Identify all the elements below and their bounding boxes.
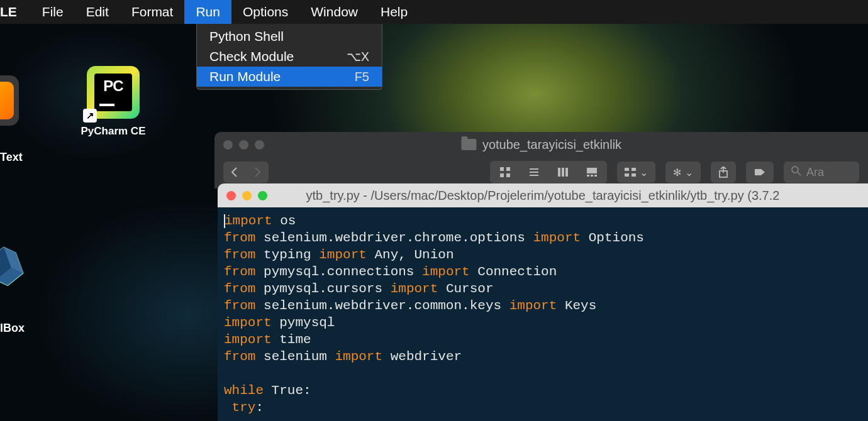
svg-rect-18 (632, 168, 636, 171)
editor-titlebar[interactable]: ytb_try.py - /Users/mac/Desktop/Projeler… (218, 183, 868, 207)
svg-rect-20 (632, 173, 636, 177)
chevron-down-icon: ⌄ (685, 167, 693, 178)
svg-rect-6 (506, 173, 510, 177)
editor-window-title: ytb_try.py - /Users/mac/Desktop/Projeler… (306, 189, 780, 203)
svg-rect-12 (565, 168, 568, 177)
search-placeholder: Ara (806, 166, 824, 179)
folder-icon (461, 139, 476, 150)
forward-button[interactable] (246, 161, 269, 183)
svg-rect-3 (500, 167, 504, 171)
chevron-down-icon: ⌄ (640, 167, 648, 178)
desktop-icon-pycharm[interactable]: PC ↗ PyCharm CE (75, 66, 151, 138)
tags-button[interactable] (746, 161, 774, 183)
svg-rect-5 (500, 173, 504, 177)
menu-run[interactable]: Run (184, 0, 231, 24)
sublime-text-label: Text (0, 151, 23, 164)
action-button[interactable]: ✻⌄ (665, 161, 701, 183)
svg-point-23 (792, 167, 798, 173)
svg-rect-16 (594, 175, 597, 177)
finder-window: yotube_tarayicisi_etkinlik ⌄ ✻⌄ Ara (214, 132, 868, 189)
gear-icon: ✻ (673, 167, 681, 178)
code-editor[interactable]: import os from selenium.webdriver.chrome… (218, 207, 868, 421)
run-menu-dropdown: Python Shell Check Module ⌥X Run Module … (196, 24, 382, 90)
alias-arrow-icon: ↗ (83, 109, 97, 123)
svg-rect-14 (587, 175, 589, 177)
svg-rect-17 (625, 168, 629, 171)
sublime-text-icon[interactable] (0, 75, 19, 126)
svg-rect-10 (558, 168, 560, 177)
idle-editor-window: ytb_try.py - /Users/mac/Desktop/Projeler… (218, 183, 868, 421)
menu-item-shortcut: ⌥X (347, 49, 369, 64)
virtualbox-icon[interactable] (0, 245, 22, 308)
minimize-icon[interactable] (239, 140, 248, 150)
virtualbox-label: lBox (0, 322, 25, 335)
menu-item-run-module[interactable]: Run Module F5 (197, 67, 382, 87)
finder-toolbar: ⌄ ✻⌄ Ara (214, 157, 868, 187)
menu-window[interactable]: Window (299, 0, 369, 24)
close-icon[interactable] (226, 191, 236, 200)
menu-app-name[interactable]: LE (0, 0, 31, 24)
columns-view-icon[interactable] (549, 162, 577, 182)
pycharm-icon: PC ↗ (87, 66, 140, 119)
menu-options[interactable]: Options (231, 0, 299, 24)
zoom-icon[interactable] (258, 191, 267, 200)
finder-titlebar[interactable]: yotube_tarayicisi_etkinlik (214, 132, 868, 157)
back-button[interactable] (223, 161, 246, 183)
svg-line-24 (798, 172, 801, 175)
share-button[interactable] (711, 161, 736, 183)
arrange-button[interactable]: ⌄ (617, 161, 655, 183)
view-mode-group (490, 161, 607, 183)
svg-rect-15 (591, 175, 593, 177)
menu-format[interactable]: Format (120, 0, 185, 24)
menu-item-check-module[interactable]: Check Module ⌥X (197, 46, 382, 67)
menu-item-shortcut: F5 (355, 70, 369, 84)
menu-item-label: Python Shell (209, 29, 284, 44)
svg-rect-11 (562, 168, 564, 177)
menu-item-label: Run Module (209, 69, 281, 84)
menu-help[interactable]: Help (369, 0, 419, 24)
gallery-view-icon[interactable] (578, 162, 606, 182)
finder-search[interactable]: Ara (784, 161, 859, 183)
svg-rect-13 (587, 168, 597, 173)
menu-item-label: Check Module (209, 49, 294, 64)
svg-rect-19 (625, 173, 629, 177)
menu-file[interactable]: File (31, 0, 75, 24)
search-icon (791, 166, 801, 179)
close-icon[interactable] (223, 140, 233, 150)
svg-rect-4 (506, 167, 510, 171)
menubar: LE File Edit Format Run Options Window H… (0, 0, 868, 24)
menu-edit[interactable]: Edit (75, 0, 120, 24)
grid-view-icon[interactable] (491, 162, 519, 182)
minimize-icon[interactable] (242, 191, 252, 200)
menu-item-python-shell[interactable]: Python Shell (197, 26, 382, 46)
zoom-icon[interactable] (255, 140, 264, 150)
desktop-icon-label: PyCharm CE (75, 125, 151, 138)
finder-window-title: yotube_tarayicisi_etkinlik (482, 138, 621, 152)
pycharm-badge-text: PC (99, 77, 127, 95)
list-view-icon[interactable] (520, 162, 548, 182)
